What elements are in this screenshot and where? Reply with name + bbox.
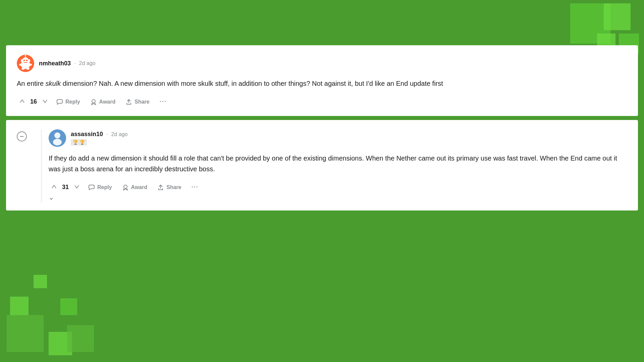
- svg-point-2: [22, 57, 29, 64]
- comment-meta-2: assassin10 · 2d ago 🏆 🏆: [71, 131, 127, 145]
- vote-section-2: 31: [49, 181, 82, 193]
- svg-point-10: [29, 64, 32, 66]
- flair-icon: 🏆 🏆: [73, 140, 85, 145]
- svg-point-11: [21, 68, 25, 70]
- svg-point-8: [28, 59, 30, 62]
- comment-body-1: An entire skulk dimension? Nah. A new di…: [17, 78, 627, 89]
- comment-meta-1: nmheath03 · 2d ago: [39, 60, 95, 67]
- username-2[interactable]: assassin10: [71, 131, 103, 138]
- comment-header-2: assassin10 · 2d ago 🏆 🏆: [49, 129, 627, 147]
- comment-flair-2: 🏆 🏆: [71, 139, 127, 145]
- reply-label-1: Reply: [65, 99, 80, 105]
- downvote-button-2[interactable]: [71, 181, 82, 193]
- svg-point-4: [26, 60, 28, 61]
- separator-2: ·: [106, 131, 108, 137]
- vote-section-1: 16: [17, 96, 50, 108]
- svg-point-9: [19, 64, 22, 66]
- bg-square: [67, 325, 94, 352]
- timestamp-1: 2d ago: [79, 60, 95, 66]
- comment-body-2: If they do add a new dimension it should…: [49, 153, 627, 174]
- bg-square: [604, 3, 631, 30]
- upvote-button-2[interactable]: [49, 181, 59, 193]
- reply-button-2[interactable]: Reply: [84, 181, 116, 193]
- svg-point-13: [92, 100, 95, 103]
- avatar-2: [49, 129, 66, 147]
- bg-square: [34, 275, 47, 288]
- svg-point-15: [54, 132, 60, 138]
- downvote-button-1[interactable]: [40, 96, 50, 108]
- share-label-2: Share: [166, 184, 181, 190]
- bg-square: [7, 315, 44, 352]
- reply-label-2: Reply: [97, 184, 112, 190]
- award-button-1[interactable]: Award: [86, 96, 120, 108]
- comment-actions-1: 16 Reply Award: [17, 96, 627, 108]
- share-button-1[interactable]: Share: [121, 96, 153, 108]
- reply-button-1[interactable]: Reply: [52, 96, 84, 108]
- award-label-1: Award: [99, 99, 116, 105]
- comment-card-1: nmheath03 · 2d ago An entire skulk dimen…: [6, 45, 638, 116]
- more-button-2[interactable]: ···: [187, 181, 203, 193]
- comment-header-1: nmheath03 · 2d ago: [17, 55, 627, 72]
- more-icon-1: ···: [160, 98, 167, 105]
- reply-content-2: assassin10 · 2d ago 🏆 🏆 If they do add a…: [41, 129, 627, 202]
- svg-point-7: [21, 59, 23, 62]
- flair-badge: 🏆 🏆: [71, 139, 87, 145]
- avatar-1: [17, 55, 34, 72]
- more-button-1[interactable]: ···: [156, 96, 171, 108]
- bg-square: [10, 297, 29, 315]
- vote-count-1: 16: [30, 98, 37, 105]
- award-button-2[interactable]: Award: [118, 181, 152, 193]
- share-button-2[interactable]: Share: [153, 181, 185, 193]
- bg-square: [60, 298, 77, 315]
- more-icon-2: ···: [192, 184, 199, 191]
- expand-replies[interactable]: [49, 196, 627, 202]
- collapse-section: −: [17, 129, 27, 202]
- separator-1: ·: [74, 60, 75, 66]
- upvote-button-1[interactable]: [17, 96, 28, 108]
- bg-square: [49, 332, 72, 355]
- comment-actions-2: 31 Reply: [49, 181, 627, 193]
- share-label-1: Share: [135, 99, 149, 105]
- vote-count-2: 31: [62, 184, 69, 191]
- collapse-button-2[interactable]: −: [17, 131, 27, 141]
- timestamp-2: 2d ago: [111, 131, 128, 137]
- comment-card-2: − a: [6, 120, 638, 210]
- comments-container: nmheath03 · 2d ago An entire skulk dimen…: [6, 45, 638, 215]
- svg-point-6: [25, 55, 26, 56]
- collapse-icon: −: [20, 133, 24, 140]
- svg-point-3: [23, 60, 25, 61]
- svg-point-12: [26, 68, 30, 70]
- username-1[interactable]: nmheath03: [39, 60, 71, 67]
- award-label-2: Award: [131, 184, 148, 190]
- bg-square: [570, 3, 610, 44]
- svg-point-16: [53, 139, 62, 145]
- svg-point-17: [124, 185, 127, 188]
- comment-2-layout: − a: [17, 129, 627, 202]
